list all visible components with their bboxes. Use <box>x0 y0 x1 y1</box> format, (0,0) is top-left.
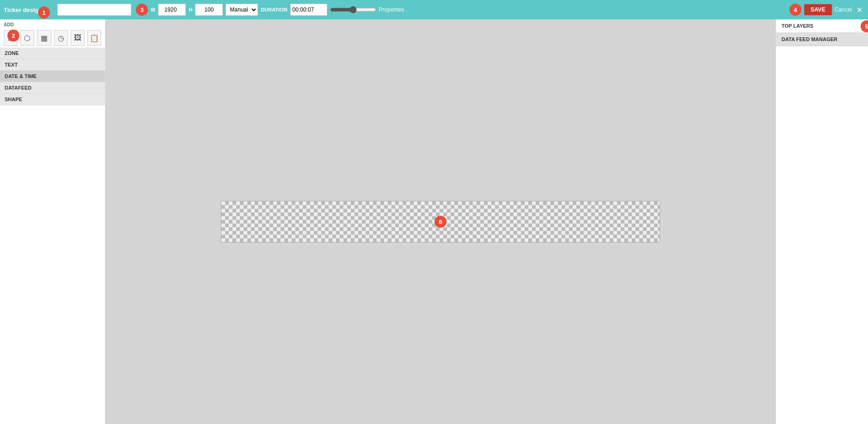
canvas-inner: 6 <box>105 19 776 424</box>
zone-icon-btn[interactable]: ⊞ <box>4 30 18 46</box>
canvas-area[interactable]: 6 <box>105 19 776 424</box>
properties-link[interactable]: Properties <box>379 6 404 13</box>
image-icon: 🖼 <box>74 34 81 42</box>
toolbar: 1 Ticker designer 3 W H Manual Auto DURA… <box>0 0 868 19</box>
sidebar-datetime-label: DATE & TIME <box>5 73 37 79</box>
width-input[interactable] <box>158 4 186 16</box>
sidebar-content <box>0 105 105 424</box>
slider-container <box>330 6 376 13</box>
tab-data-feed-manager[interactable]: DATA FEED MANAGER <box>776 33 868 46</box>
clock-icon-btn[interactable]: ◷ <box>54 30 68 46</box>
mode-select[interactable]: Manual Auto <box>226 4 258 16</box>
zoom-slider[interactable] <box>330 6 376 13</box>
sidebar-shape-label: SHAPE <box>5 97 22 102</box>
sidebar-section-zone[interactable]: ZONE <box>0 48 105 59</box>
height-input[interactable] <box>195 4 223 16</box>
duration-label: DURATION <box>261 7 287 12</box>
canvas-name-input[interactable] <box>57 4 131 16</box>
sidebar: 2 ADD ⊞ ⬡ ▦ ◷ 🖼 📋 <box>0 19 105 424</box>
transform-icon: ⬡ <box>24 34 31 42</box>
sidebar-section-datetime[interactable]: DATE & TIME <box>0 71 105 82</box>
sidebar-text-label: TEXT <box>5 62 18 67</box>
app-title: Ticker designer <box>4 6 55 13</box>
sidebar-zone-label: ZONE <box>5 50 19 56</box>
cancel-button[interactable]: Cancel <box>835 6 852 13</box>
image-icon-btn[interactable]: 🖼 <box>71 30 85 46</box>
duration-input[interactable] <box>290 4 327 16</box>
media-icon: ▦ <box>41 34 48 42</box>
tab-top-layers[interactable]: TOP LAYERS <box>776 19 868 33</box>
badge-4: 4 <box>789 4 801 16</box>
sidebar-icons: ⊞ ⬡ ▦ ◷ 🖼 📋 <box>0 28 105 48</box>
sidebar-datafeed-label: DATAFEED <box>5 85 31 91</box>
save-button[interactable]: SAVE <box>804 4 832 15</box>
width-label: W <box>151 7 155 12</box>
sidebar-section-datafeed[interactable]: DATAFEED <box>0 82 105 94</box>
ticker-canvas[interactable] <box>221 201 660 242</box>
main-layout: 2 ADD ⊞ ⬡ ▦ ◷ 🖼 📋 <box>0 19 868 424</box>
transform-icon-btn[interactable]: ⬡ <box>20 30 34 46</box>
badge-3: 3 <box>136 4 148 16</box>
sidebar-section-shape[interactable]: SHAPE <box>0 94 105 105</box>
height-label: H <box>189 7 192 12</box>
add-label: ADD <box>0 19 105 28</box>
close-button[interactable]: ✕ <box>855 6 864 14</box>
right-panel-content <box>776 46 868 424</box>
right-panel: 5 TOP LAYERS DATA FEED MANAGER <box>776 19 868 424</box>
ticker-icon-btn[interactable]: 📋 <box>87 30 101 46</box>
zone-icon: ⊞ <box>8 34 14 42</box>
clock-icon: ◷ <box>58 34 64 42</box>
ticker-icon: 📋 <box>90 34 99 42</box>
sidebar-section-text[interactable]: TEXT <box>0 59 105 71</box>
media-icon-btn[interactable]: ▦ <box>37 30 51 46</box>
